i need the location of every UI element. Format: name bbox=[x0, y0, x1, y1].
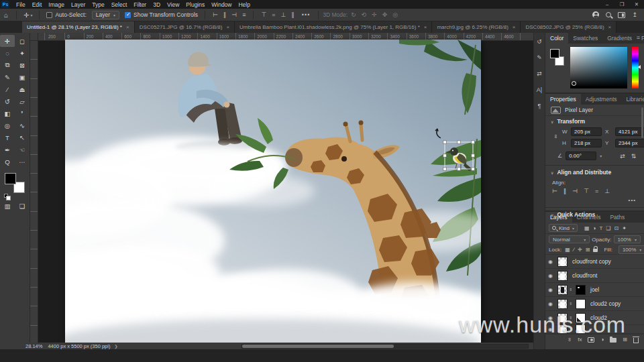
align-icon[interactable]: ⊣ bbox=[231, 11, 237, 18]
more-align-options-icon[interactable]: ••• bbox=[298, 11, 314, 18]
tool-button[interactable]: ◌ bbox=[0, 47, 15, 59]
document-canvas[interactable] bbox=[65, 40, 481, 343]
fill-field[interactable]: 100% ▾ bbox=[619, 245, 644, 254]
layer-filter-icon[interactable]: ◑ bbox=[593, 225, 596, 231]
layer-thumbnail[interactable] bbox=[557, 285, 568, 295]
auto-select-checkbox[interactable]: Auto-Select: bbox=[46, 11, 86, 18]
opacity-field[interactable]: 100% ▾ bbox=[614, 235, 641, 243]
layer-visibility-toggle[interactable]: ◉ bbox=[548, 315, 557, 321]
distribute-icon[interactable]: ⊤ bbox=[261, 11, 266, 18]
more-align-icon[interactable]: ••• bbox=[545, 196, 644, 206]
home-icon[interactable]: ⌂ bbox=[0, 11, 12, 19]
y-field[interactable]: 2344 px bbox=[615, 139, 644, 147]
document-tab[interactable]: DSC05271.JPG @ 16.7% (RGB/8) × bbox=[135, 21, 235, 33]
layer-filter-kind-dropdown[interactable]: Kind ▾ bbox=[549, 224, 578, 232]
tool-button[interactable]: ☜ bbox=[15, 143, 30, 156]
panel-tab[interactable]: Properties bbox=[545, 94, 581, 105]
distribute-icon[interactable]: ∥ bbox=[291, 11, 294, 18]
menu-item[interactable]: File bbox=[13, 1, 29, 8]
menu-item[interactable]: Select bbox=[108, 1, 131, 8]
layers-toolbar-icon[interactable]: ∞ bbox=[568, 338, 572, 341]
menu-item[interactable]: Plugins bbox=[182, 1, 208, 8]
link-wh-icon[interactable]: ∞ bbox=[553, 134, 559, 141]
tool-button[interactable]: ⋯ bbox=[15, 156, 30, 168]
layer-row[interactable]: ◉ ∞ cloudfront bbox=[545, 269, 644, 283]
tool-button[interactable]: ∿ bbox=[15, 119, 30, 131]
quick-actions-header[interactable]: ∨ Quick Actions bbox=[545, 209, 644, 220]
lock-icon[interactable]: ✛ bbox=[578, 247, 582, 253]
dock-panel-icon[interactable]: A| bbox=[537, 86, 542, 93]
saturation-brightness-box[interactable] bbox=[570, 47, 627, 88]
zoom-level-field[interactable]: 28.14% bbox=[25, 343, 42, 349]
layer-filter-icon[interactable]: ⊡ bbox=[614, 225, 619, 231]
layer-row[interactable]: ◉ ∞ cloud2 bbox=[545, 311, 644, 325]
layers-toolbar-icon[interactable]: ◑ bbox=[600, 337, 604, 343]
tab-close-icon[interactable]: × bbox=[608, 24, 612, 30]
tool-button[interactable]: ↖ bbox=[15, 131, 30, 143]
tab-close-icon[interactable]: × bbox=[424, 24, 427, 30]
tab-close-icon[interactable]: × bbox=[126, 24, 129, 30]
panel-tab[interactable]: Color bbox=[545, 33, 568, 44]
tool-button[interactable]: ◧ bbox=[0, 107, 15, 119]
layer-thumbnail[interactable] bbox=[557, 271, 568, 281]
layers-toolbar-icon[interactable] bbox=[633, 338, 639, 343]
dock-panel-icon[interactable]: ¶ bbox=[538, 103, 541, 109]
tool-button[interactable]: ▱ bbox=[15, 95, 30, 107]
scrollbar-thumb[interactable] bbox=[242, 345, 394, 348]
menu-item[interactable]: 3D bbox=[150, 1, 164, 8]
document-tab[interactable]: Untitled-1 @ 28.1% (Layer 23, RGB/8) * × bbox=[22, 21, 135, 33]
layer-name[interactable]: joel bbox=[590, 286, 599, 293]
distribute-icon[interactable]: = bbox=[272, 11, 275, 18]
layers-toolbar-icon[interactable]: ⊞ bbox=[623, 337, 627, 343]
panel-scrollbar[interactable] bbox=[641, 107, 643, 138]
layers-toolbar-icon[interactable] bbox=[588, 337, 594, 343]
layer-thumbnail[interactable] bbox=[557, 325, 568, 334]
show-transform-controls-checkbox[interactable]: Show Transform Controls bbox=[125, 11, 198, 18]
tool-button[interactable]: T bbox=[0, 131, 15, 143]
tool-button[interactable]: ✦ bbox=[15, 47, 30, 59]
menu-item[interactable]: Edit bbox=[29, 1, 46, 8]
angle-field[interactable]: 0.00° bbox=[566, 152, 596, 160]
layer-row[interactable]: ◉ ∞ joel bbox=[545, 283, 644, 297]
transform-section-header[interactable]: ∨ Transform bbox=[545, 116, 644, 127]
tool-button[interactable]: ⏏ bbox=[15, 83, 30, 95]
layer-row[interactable]: ◉ ∞ cloud2 copy bbox=[545, 297, 644, 311]
document-tab[interactable]: Umbrella Bamboo Plant.l01.shadowless.2k.… bbox=[235, 21, 432, 33]
align-icon[interactable]: ⊣ bbox=[572, 188, 578, 194]
dock-panel-icon[interactable]: ⇄ bbox=[537, 70, 542, 77]
layer-visibility-toggle[interactable]: ◉ bbox=[548, 287, 557, 293]
tool-button[interactable]: ⊠ bbox=[15, 59, 30, 71]
document-tab[interactable]: DSC08502.JPG @ 25% (RGB/8) × bbox=[521, 21, 616, 33]
tool-button[interactable]: ◻ bbox=[15, 35, 30, 47]
align-icon[interactable]: ≡ bbox=[242, 11, 246, 18]
layer-mask-thumbnail[interactable] bbox=[576, 299, 586, 309]
layer-thumbnail[interactable] bbox=[557, 257, 568, 267]
document-tab[interactable]: march9.jpg @ 6.25% (RGB/8) × bbox=[432, 21, 521, 33]
canvas-area[interactable]: 2000200400600800100012001400160018002000… bbox=[30, 33, 533, 343]
tool-button[interactable]: ↺ bbox=[0, 95, 15, 107]
layer-row[interactable]: ◉ ∞ cloudfront copy bbox=[545, 255, 644, 269]
align-icon[interactable]: ⊤ bbox=[584, 188, 589, 194]
blend-mode-dropdown[interactable]: Normal ▾ bbox=[549, 235, 590, 243]
status-chevron-icon[interactable]: ❯ bbox=[114, 344, 117, 349]
layer-name[interactable]: cloudfront copy bbox=[572, 258, 611, 265]
height-field[interactable]: 218 px bbox=[571, 139, 602, 147]
menu-item[interactable]: Help bbox=[235, 1, 253, 8]
share-icon[interactable]: ↥ bbox=[632, 11, 637, 18]
align-icon[interactable]: = bbox=[595, 188, 598, 194]
layer-thumbnail[interactable] bbox=[557, 313, 568, 323]
menu-item[interactable]: Image bbox=[45, 1, 68, 8]
tool-button[interactable]: ⧉ bbox=[0, 59, 15, 71]
window-control-button[interactable]: – bbox=[600, 1, 614, 7]
tool-button[interactable]: ◎ bbox=[0, 119, 15, 131]
align-section-header[interactable]: ∨ Align and Distribute bbox=[545, 167, 644, 178]
menu-item[interactable]: Layer bbox=[68, 1, 89, 8]
lock-icon[interactable]: ⊞ bbox=[586, 247, 590, 253]
lock-icon[interactable]: ▦ bbox=[565, 247, 570, 253]
distribute-icon[interactable]: ⊥ bbox=[281, 11, 286, 18]
hue-slider-arrow[interactable] bbox=[638, 65, 641, 69]
layer-filter-icon[interactable]: ✦ bbox=[622, 225, 627, 231]
layer-mask-thumbnail[interactable] bbox=[576, 285, 586, 295]
foreground-color-swatch[interactable] bbox=[550, 49, 559, 58]
layer-visibility-toggle[interactable]: ◉ bbox=[548, 259, 557, 265]
